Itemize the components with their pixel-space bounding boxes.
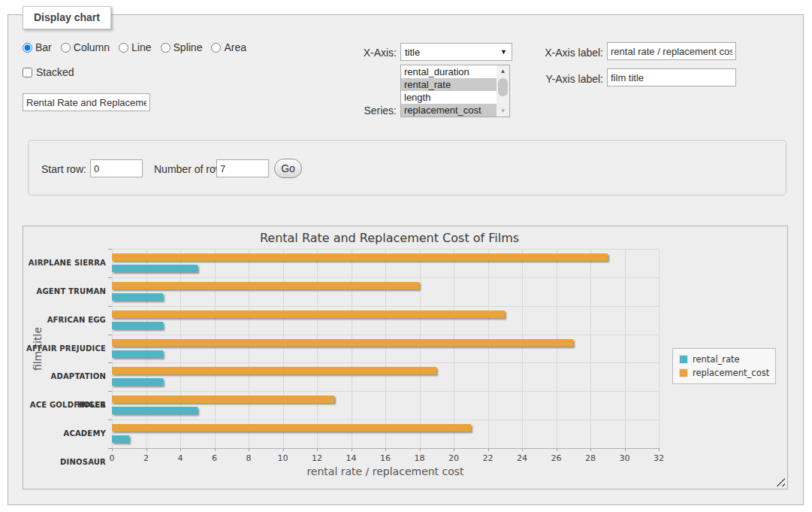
x-axis-tick-label: 32 <box>648 453 669 463</box>
start-row-input[interactable] <box>90 159 143 177</box>
x-axis-label-caption: X-Axis label: <box>537 47 603 59</box>
gridline-vertical <box>488 249 489 448</box>
chart-legend: rental_ratereplacement_cost <box>672 348 776 384</box>
legend-swatch-replacement_cost <box>679 368 688 377</box>
gridline-vertical <box>625 249 626 448</box>
start-row-caption: Start row: <box>41 163 86 175</box>
scroll-down-icon[interactable]: ▼ <box>497 105 509 117</box>
gridline-vertical <box>112 249 113 448</box>
category-label: AGENT TRUMAN <box>23 277 106 306</box>
series-option-length[interactable]: length <box>401 91 497 104</box>
chart-type-area[interactable]: Area <box>211 41 246 53</box>
x-axis-line <box>112 448 659 449</box>
category-label: ACE GOLDFINGER <box>23 391 106 420</box>
y-axis-tick <box>108 277 112 278</box>
chart-type-radio-area[interactable] <box>211 43 221 53</box>
x-axis-tick-label: 30 <box>614 453 635 463</box>
x-axis-tick-label: 22 <box>478 453 499 463</box>
go-button[interactable]: Go <box>274 159 302 178</box>
stacked-row: Stacked <box>23 66 74 78</box>
series-listbox[interactable]: rental_durationrental_ratelengthreplacem… <box>400 65 510 117</box>
x-axis-tick-label: 10 <box>273 453 294 463</box>
scroll-up-icon[interactable]: ▲ <box>497 65 509 77</box>
bar-replacement_cost <box>112 424 471 432</box>
chart-type-radio-bar[interactable] <box>23 43 32 53</box>
panel-legend: Display chart <box>23 6 111 29</box>
x-axis-tick-label: 16 <box>375 453 396 463</box>
legend-item-replacement_cost[interactable]: replacement_cost <box>679 366 769 380</box>
chart-type-radio-column[interactable] <box>61 43 71 53</box>
chart-type-line[interactable]: Line <box>119 41 151 53</box>
chart-title: Rental Rate and Replacement Cost of Film… <box>23 231 756 245</box>
y-axis-tick <box>108 362 112 363</box>
x-axis-tick-label: 12 <box>306 453 328 463</box>
chart-type-radio-group: BarColumnLineSplineArea <box>23 41 252 53</box>
x-axis-caption: X-Axis: <box>338 47 397 59</box>
y-axis-tick <box>108 335 112 335</box>
gridline-vertical <box>317 249 318 448</box>
series-option-rental_duration[interactable]: rental_duration <box>401 65 497 78</box>
bar-rental_rate <box>112 350 163 358</box>
gridline-horizontal <box>112 277 659 278</box>
number-of-rows-input[interactable] <box>216 159 269 177</box>
bar-rental_rate <box>112 378 163 386</box>
gridline-vertical <box>180 249 181 448</box>
bar-rental_rate <box>112 265 198 272</box>
series-listbox-scrollbar[interactable]: ▲ ▼ <box>497 65 509 117</box>
x-axis-select[interactable]: title ▼ <box>400 43 512 61</box>
bar-replacement_cost <box>112 367 436 374</box>
gridline-vertical <box>146 249 147 448</box>
x-axis-tick-label: 26 <box>546 453 567 463</box>
bar-replacement_cost <box>112 282 419 289</box>
gridline-vertical <box>215 249 216 448</box>
chart-type-radio-line[interactable] <box>119 43 128 53</box>
category-label: ADAPTATION HOLES <box>23 362 106 391</box>
chart-type-radio-spline[interactable] <box>161 43 171 53</box>
chart-title-input[interactable] <box>23 93 150 111</box>
gridline-vertical <box>590 249 591 448</box>
x-axis-label-input[interactable] <box>607 42 736 60</box>
chart-type-spline[interactable]: Spline <box>161 41 203 53</box>
resize-grip-icon[interactable] <box>776 477 785 486</box>
y-axis-label-input[interactable] <box>607 68 736 86</box>
gridline-vertical <box>659 249 660 448</box>
gridline-horizontal <box>112 391 659 392</box>
chart-type-column[interactable]: Column <box>61 41 110 53</box>
stacked-label[interactable]: Stacked <box>36 66 74 78</box>
series-option-rental_rate[interactable]: rental_rate <box>401 78 497 91</box>
series-caption: Series: <box>338 105 397 117</box>
gridline-horizontal <box>112 420 659 420</box>
bar-rental_rate <box>112 407 198 414</box>
x-axis-tick-label: 2 <box>136 453 157 463</box>
chart-type-radio-label: Bar <box>35 41 52 53</box>
scrollbar-thumb[interactable] <box>498 78 508 96</box>
gridline-vertical <box>283 249 284 448</box>
chevron-down-icon: ▼ <box>500 48 507 56</box>
bar-replacement_cost <box>112 253 608 261</box>
x-axis-tick-label: 28 <box>580 453 601 463</box>
bar-rental_rate <box>112 322 163 329</box>
series-options: rental_durationrental_ratelengthreplacem… <box>401 65 509 117</box>
gridline-horizontal <box>112 249 659 250</box>
chart-type-bar[interactable]: Bar <box>23 41 52 53</box>
gridline-vertical <box>557 249 557 448</box>
chart-x-axis-title: rental rate / replacement cost <box>112 465 659 477</box>
x-axis-tick-label: 4 <box>170 453 191 463</box>
gridline-horizontal <box>112 335 659 335</box>
chart-type-radio-label: Column <box>74 41 110 53</box>
x-axis-tick-label: 8 <box>238 453 259 463</box>
gridline-vertical <box>249 249 249 448</box>
legend-label: replacement_cost <box>693 368 769 378</box>
y-axis-tick <box>108 391 112 392</box>
legend-swatch-rental_rate <box>679 355 688 364</box>
chart-container: Rental Rate and Replacement Cost of Film… <box>23 226 788 489</box>
x-axis-tick-label: 18 <box>409 453 430 463</box>
category-label: ACADEMY DINOSAUR <box>23 420 106 448</box>
stacked-checkbox[interactable] <box>23 68 32 77</box>
bar-rental_rate <box>112 293 163 301</box>
bar-rental_rate <box>112 435 129 443</box>
series-option-replacement_cost[interactable]: replacement_cost <box>401 104 497 117</box>
legend-item-rental_rate[interactable]: rental_rate <box>679 353 769 366</box>
chart-type-radio-label: Area <box>224 41 246 53</box>
x-axis-tick <box>659 448 660 451</box>
